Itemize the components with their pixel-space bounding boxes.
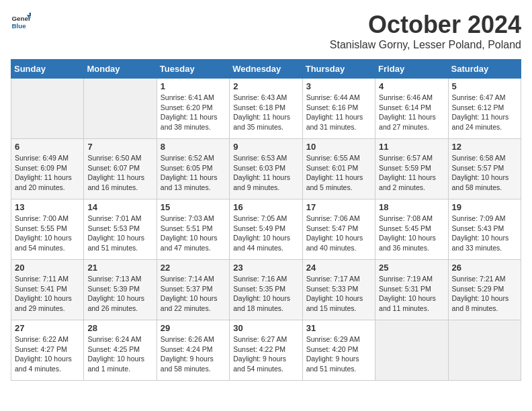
day-number: 11 [379, 142, 444, 152]
day-cell: 23Sunrise: 7:16 AMSunset: 5:35 PMDayligh… [230, 260, 302, 320]
day-cell: 15Sunrise: 7:03 AMSunset: 5:51 PMDayligh… [157, 199, 229, 260]
day-info: Sunrise: 6:24 AMSunset: 4:25 PMDaylight:… [87, 334, 152, 374]
day-number: 31 [306, 323, 371, 333]
day-cell: 26Sunrise: 7:21 AMSunset: 5:29 PMDayligh… [448, 260, 521, 320]
day-cell: 24Sunrise: 7:17 AMSunset: 5:33 PMDayligh… [302, 260, 375, 320]
day-number: 9 [233, 142, 298, 152]
day-info: Sunrise: 7:05 AMSunset: 5:49 PMDaylight:… [233, 214, 298, 253]
day-cell: 14Sunrise: 7:01 AMSunset: 5:53 PMDayligh… [84, 199, 157, 260]
day-info: Sunrise: 6:43 AMSunset: 6:18 PMDaylight:… [233, 93, 298, 132]
day-cell: 8Sunrise: 6:52 AMSunset: 6:05 PMDaylight… [157, 139, 229, 199]
day-info: Sunrise: 7:13 AMSunset: 5:39 PMDaylight:… [87, 274, 152, 314]
day-info: Sunrise: 7:08 AMSunset: 5:45 PMDaylight:… [379, 214, 444, 253]
week-row-1: 1Sunrise: 6:41 AMSunset: 6:20 PMDaylight… [11, 79, 521, 139]
week-row-3: 13Sunrise: 7:00 AMSunset: 5:55 PMDayligh… [11, 199, 521, 260]
title-area: October 2024 Stanislaw Gorny, Lesser Pol… [330, 11, 521, 51]
day-cell: 9Sunrise: 6:53 AMSunset: 6:03 PMDaylight… [230, 139, 302, 199]
day-number: 19 [452, 202, 517, 212]
day-number: 2 [233, 81, 298, 91]
day-number: 25 [379, 263, 444, 273]
day-info: Sunrise: 7:11 AMSunset: 5:41 PMDaylight:… [15, 274, 80, 314]
day-info: Sunrise: 6:29 AMSunset: 4:20 PMDaylight:… [306, 334, 371, 374]
day-info: Sunrise: 7:00 AMSunset: 5:55 PMDaylight:… [15, 214, 80, 253]
day-number: 20 [15, 263, 80, 273]
day-number: 24 [306, 263, 371, 273]
day-cell: 21Sunrise: 7:13 AMSunset: 5:39 PMDayligh… [84, 260, 157, 320]
day-info: Sunrise: 6:58 AMSunset: 5:57 PMDaylight:… [452, 153, 517, 193]
day-info: Sunrise: 6:47 AMSunset: 6:12 PMDaylight:… [452, 93, 517, 132]
day-number: 3 [306, 81, 371, 91]
day-number: 17 [306, 202, 371, 212]
svg-text:Blue: Blue [12, 22, 27, 30]
day-info: Sunrise: 7:03 AMSunset: 5:51 PMDaylight:… [161, 214, 226, 253]
day-cell: 22Sunrise: 7:14 AMSunset: 5:37 PMDayligh… [157, 260, 229, 320]
day-cell: 29Sunrise: 6:26 AMSunset: 4:24 PMDayligh… [157, 320, 229, 381]
week-row-2: 6Sunrise: 6:49 AMSunset: 6:09 PMDaylight… [11, 139, 521, 199]
day-info: Sunrise: 7:01 AMSunset: 5:53 PMDaylight:… [87, 214, 152, 253]
day-info: Sunrise: 6:26 AMSunset: 4:24 PMDaylight:… [161, 334, 226, 374]
day-number: 21 [87, 263, 152, 273]
day-number: 29 [161, 323, 226, 333]
calendar-table: SundayMondayTuesdayWednesdayThursdayFrid… [11, 59, 521, 381]
day-number: 26 [452, 263, 517, 273]
col-header-thursday: Thursday [302, 60, 375, 79]
day-info: Sunrise: 7:06 AMSunset: 5:47 PMDaylight:… [306, 214, 371, 253]
day-cell [375, 320, 448, 381]
day-number: 28 [87, 323, 152, 333]
logo-icon: General Blue [11, 11, 31, 31]
day-number: 30 [233, 323, 298, 333]
day-cell: 11Sunrise: 6:57 AMSunset: 5:59 PMDayligh… [375, 139, 448, 199]
day-info: Sunrise: 6:55 AMSunset: 6:01 PMDaylight:… [306, 153, 371, 193]
day-cell: 20Sunrise: 7:11 AMSunset: 5:41 PMDayligh… [11, 260, 84, 320]
day-cell: 10Sunrise: 6:55 AMSunset: 6:01 PMDayligh… [302, 139, 375, 199]
col-header-wednesday: Wednesday [230, 60, 302, 79]
day-cell: 12Sunrise: 6:58 AMSunset: 5:57 PMDayligh… [448, 139, 521, 199]
day-number: 22 [161, 263, 226, 273]
day-info: Sunrise: 6:57 AMSunset: 5:59 PMDaylight:… [379, 153, 444, 193]
day-cell: 6Sunrise: 6:49 AMSunset: 6:09 PMDaylight… [11, 139, 84, 199]
day-cell: 4Sunrise: 6:46 AMSunset: 6:14 PMDaylight… [375, 79, 448, 139]
day-cell: 18Sunrise: 7:08 AMSunset: 5:45 PMDayligh… [375, 199, 448, 260]
day-number: 27 [15, 323, 80, 333]
day-info: Sunrise: 6:44 AMSunset: 6:16 PMDaylight:… [306, 93, 371, 132]
day-info: Sunrise: 7:16 AMSunset: 5:35 PMDaylight:… [233, 274, 298, 314]
day-number: 16 [233, 202, 298, 212]
day-cell: 30Sunrise: 6:27 AMSunset: 4:22 PMDayligh… [230, 320, 302, 381]
day-info: Sunrise: 7:14 AMSunset: 5:37 PMDaylight:… [161, 274, 226, 314]
day-info: Sunrise: 6:46 AMSunset: 6:14 PMDaylight:… [379, 93, 444, 132]
day-number: 18 [379, 202, 444, 212]
col-header-friday: Friday [375, 60, 448, 79]
location-title: Stanislaw Gorny, Lesser Poland, Poland [330, 39, 521, 51]
logo: General Blue [11, 11, 31, 31]
day-cell: 25Sunrise: 7:19 AMSunset: 5:31 PMDayligh… [375, 260, 448, 320]
day-number: 10 [306, 142, 371, 152]
day-info: Sunrise: 7:17 AMSunset: 5:33 PMDaylight:… [306, 274, 371, 314]
day-cell [11, 79, 84, 139]
page-header: General Blue October 2024 Stanislaw Gorn… [11, 11, 521, 51]
day-cell [448, 320, 521, 381]
day-number: 14 [87, 202, 152, 212]
week-row-5: 27Sunrise: 6:22 AMSunset: 4:27 PMDayligh… [11, 320, 521, 381]
day-info: Sunrise: 6:53 AMSunset: 6:03 PMDaylight:… [233, 153, 298, 193]
day-info: Sunrise: 6:22 AMSunset: 4:27 PMDaylight:… [15, 334, 80, 374]
day-number: 12 [452, 142, 517, 152]
day-cell: 2Sunrise: 6:43 AMSunset: 6:18 PMDaylight… [230, 79, 302, 139]
day-info: Sunrise: 7:09 AMSunset: 5:43 PMDaylight:… [452, 214, 517, 253]
day-info: Sunrise: 7:21 AMSunset: 5:29 PMDaylight:… [452, 274, 517, 314]
day-number: 5 [452, 81, 517, 91]
col-header-sunday: Sunday [11, 60, 84, 79]
month-title: October 2024 [330, 11, 521, 39]
day-number: 8 [161, 142, 226, 152]
col-header-monday: Monday [84, 60, 157, 79]
day-info: Sunrise: 7:19 AMSunset: 5:31 PMDaylight:… [379, 274, 444, 314]
day-cell: 13Sunrise: 7:00 AMSunset: 5:55 PMDayligh… [11, 199, 84, 260]
day-cell: 31Sunrise: 6:29 AMSunset: 4:20 PMDayligh… [302, 320, 375, 381]
day-cell: 27Sunrise: 6:22 AMSunset: 4:27 PMDayligh… [11, 320, 84, 381]
day-number: 23 [233, 263, 298, 273]
day-cell: 3Sunrise: 6:44 AMSunset: 6:16 PMDaylight… [302, 79, 375, 139]
day-cell [84, 79, 157, 139]
col-header-tuesday: Tuesday [157, 60, 229, 79]
day-cell: 5Sunrise: 6:47 AMSunset: 6:12 PMDaylight… [448, 79, 521, 139]
column-headers: SundayMondayTuesdayWednesdayThursdayFrid… [11, 60, 521, 79]
day-number: 1 [161, 81, 226, 91]
